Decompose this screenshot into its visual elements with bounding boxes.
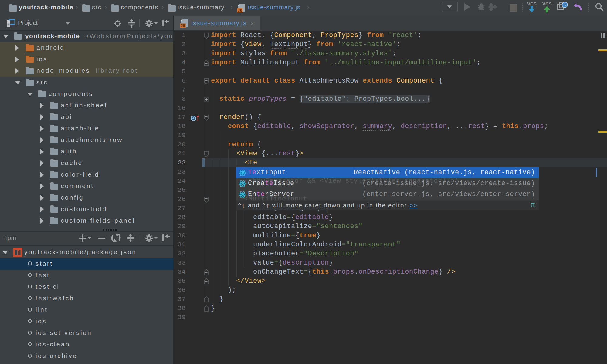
- svg-text:JS: JS: [181, 24, 185, 28]
- svg-text:JS: JS: [238, 9, 242, 12]
